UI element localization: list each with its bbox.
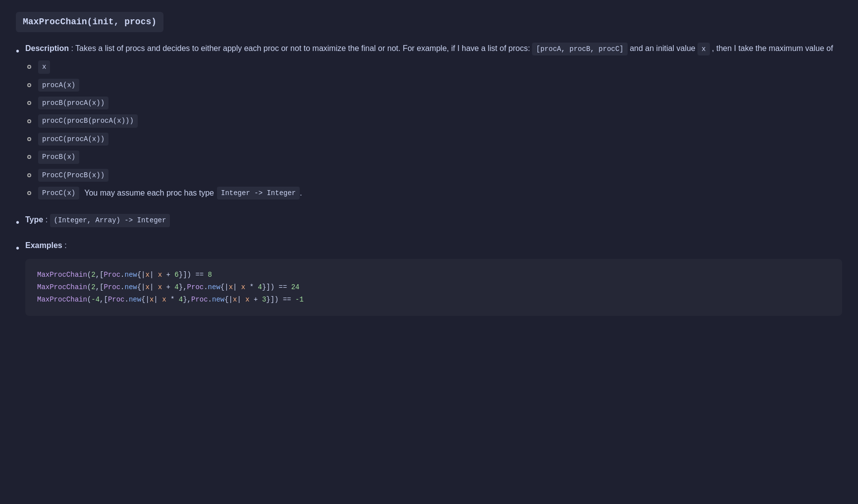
examples-label: Examples	[25, 241, 62, 250]
list-item: x	[25, 60, 842, 73]
sub-item-code: ProcC(ProcB(x))	[38, 169, 108, 182]
trailing-text: You may assume each proc has type	[84, 187, 214, 200]
circle-icon	[27, 119, 31, 123]
circle-icon	[27, 65, 31, 69]
description-text-middle: and an initial value	[630, 44, 697, 52]
sub-item-code: procC(procA(x))	[38, 133, 108, 146]
bullet-dot-type: •	[16, 214, 19, 230]
sub-item-code: ProcC(x)	[38, 187, 79, 200]
circle-icon	[27, 137, 31, 141]
examples-code-block: MaxProcChain(2,[Proc.new{|x| x + 6}]) ==…	[25, 259, 842, 316]
sub-item-code: procC(procB(procA(x)))	[38, 114, 138, 127]
circle-icon	[27, 155, 31, 159]
bullet-dot-examples: •	[16, 240, 19, 256]
example-line-2: MaxProcChain(2,[Proc.new{|x| x + 4},Proc…	[37, 281, 830, 294]
description-text-before: : Takes a list of procs and decides to e…	[71, 44, 532, 52]
description-code-x: x	[697, 43, 709, 55]
description-section: Description : Takes a list of procs and …	[25, 42, 842, 205]
examples-colon: :	[64, 241, 66, 250]
circle-icon	[27, 83, 31, 87]
bullet-dot-description: •	[16, 43, 19, 59]
circle-icon	[27, 173, 31, 177]
example-line-1: MaxProcChain(2,[Proc.new{|x| x + 6}]) ==…	[37, 269, 830, 281]
type-colon: :	[46, 215, 50, 224]
type-section: Type : (Integer, Array) -> Integer	[25, 213, 842, 227]
examples-section: Examples : MaxProcChain(2,[Proc.new{|x| …	[25, 239, 842, 316]
trailing-end: .	[300, 187, 302, 200]
sub-item-code: procA(x)	[38, 79, 79, 92]
sub-item-code: procB(procA(x))	[38, 97, 108, 109]
list-item: procC(procA(x))	[25, 133, 842, 146]
description-code-procs: [procA, procB, procC]	[532, 43, 627, 55]
list-item: procB(procA(x))	[25, 97, 842, 109]
example-line-3: MaxProcChain(-4,[Proc.new{|x| x * 4},Pro…	[37, 294, 830, 306]
function-title: MaxProcChain(init, procs)	[16, 12, 163, 32]
sub-items-list: x procA(x) procB(procA(x)) procC(procB(p…	[25, 60, 842, 200]
type-label: Type	[25, 215, 43, 224]
description-text-after: , then I take the maximum value of	[712, 44, 833, 52]
description-label: Description	[25, 44, 69, 52]
type-code: (Integer, Array) -> Integer	[50, 214, 170, 227]
sub-item-code: ProcB(x)	[38, 151, 79, 163]
list-item: ProcB(x)	[25, 151, 842, 163]
list-item: ProcC(ProcB(x))	[25, 169, 842, 182]
circle-icon	[27, 101, 31, 105]
circle-icon	[27, 191, 31, 195]
list-item: ProcC(x) You may assume each proc has ty…	[25, 187, 842, 200]
trailing-code: Integer -> Integer	[217, 187, 300, 200]
list-item: procC(procB(procA(x)))	[25, 114, 842, 127]
sub-item-code: x	[38, 60, 50, 73]
list-item: procA(x)	[25, 79, 842, 92]
